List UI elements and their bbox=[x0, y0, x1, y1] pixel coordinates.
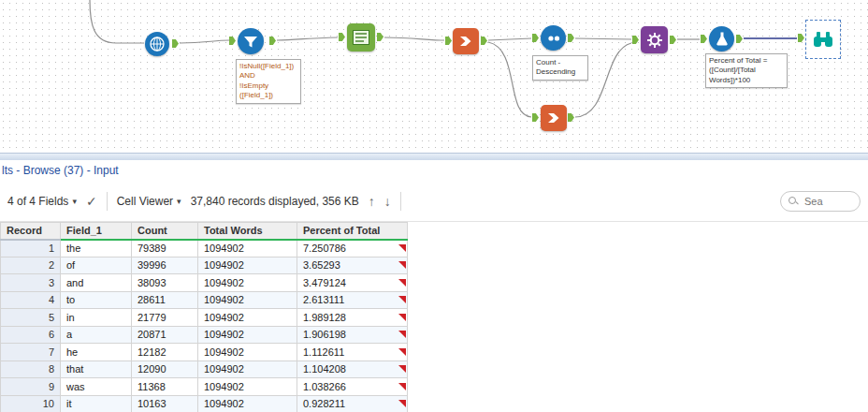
data-cell[interactable]: to bbox=[61, 291, 132, 309]
gear-icon bbox=[646, 32, 663, 49]
cell-viewer-dropdown[interactable]: Cell Viewer ▾ bbox=[117, 195, 181, 208]
data-cell[interactable]: a bbox=[61, 326, 132, 344]
table-row[interactable]: 6a2087110949021.906198 bbox=[1, 326, 408, 344]
table-row[interactable]: 4to2861110949022.613111 bbox=[1, 291, 408, 309]
record-number-cell[interactable]: 5 bbox=[1, 309, 61, 327]
data-cell[interactable]: 1094902 bbox=[198, 326, 297, 344]
data-cell[interactable]: 3.479124 bbox=[297, 274, 408, 292]
table-row[interactable]: 10it1016310949020.928211 bbox=[1, 395, 408, 412]
record-number-cell[interactable]: 4 bbox=[1, 291, 61, 309]
data-cell[interactable]: 1.112611 bbox=[297, 344, 408, 361]
data-cell[interactable]: 1094902 bbox=[198, 240, 297, 258]
dots-icon bbox=[546, 33, 561, 44]
data-cell[interactable]: 0.928211 bbox=[297, 395, 408, 412]
data-cell[interactable]: and bbox=[61, 274, 132, 292]
data-cell[interactable]: 1.989128 bbox=[297, 309, 408, 327]
chevron-down-icon: ▾ bbox=[72, 197, 77, 206]
data-cell[interactable]: 1.104208 bbox=[297, 360, 408, 378]
table-row[interactable]: 7he1218210949021.112611 bbox=[1, 344, 408, 361]
data-cell[interactable]: 21779 bbox=[132, 309, 198, 327]
data-cell[interactable]: 38093 bbox=[132, 274, 198, 292]
record-number-cell[interactable]: 6 bbox=[1, 326, 61, 344]
record-number-cell[interactable]: 2 bbox=[1, 257, 61, 274]
summarize-tool-2[interactable] bbox=[541, 105, 567, 131]
fields-dropdown[interactable]: 4 of 4 Fields ▾ bbox=[7, 195, 77, 208]
browse-tool[interactable] bbox=[805, 20, 841, 59]
table-body: 1the7938910949027.2507862of3999610949023… bbox=[1, 240, 408, 412]
funnel-icon bbox=[243, 35, 258, 49]
filter-annotation[interactable]: !IsNull([Field_1]) AND !IsEmpty ([Field_… bbox=[236, 59, 301, 104]
data-cell[interactable]: 1.038266 bbox=[297, 378, 408, 396]
data-cell[interactable]: 7.250786 bbox=[297, 240, 408, 258]
sort-annotation[interactable]: Count - Descending bbox=[532, 55, 588, 81]
data-cell[interactable]: 79389 bbox=[132, 240, 198, 258]
data-cell[interactable]: was bbox=[61, 378, 132, 396]
record-number-cell[interactable]: 10 bbox=[1, 395, 61, 412]
data-cell[interactable]: in bbox=[61, 309, 132, 327]
table-row[interactable]: 1the7938910949027.250786 bbox=[1, 240, 408, 258]
table-row[interactable]: 3and3809310949023.479124 bbox=[1, 274, 408, 292]
data-cell[interactable]: 10163 bbox=[132, 395, 198, 412]
data-cell[interactable]: 3.65293 bbox=[297, 257, 408, 274]
record-number-cell[interactable]: 9 bbox=[1, 378, 61, 396]
data-cell[interactable]: 1094902 bbox=[198, 274, 297, 292]
data-cell[interactable]: he bbox=[61, 344, 132, 361]
data-cell[interactable]: 2.613111 bbox=[297, 291, 408, 309]
column-header-percent-of-total[interactable]: Percent of Total bbox=[297, 223, 408, 240]
truncation-flag-icon bbox=[398, 383, 406, 390]
truncation-flag-icon bbox=[398, 365, 406, 373]
data-cell[interactable]: 1094902 bbox=[198, 360, 297, 378]
filter-tool[interactable] bbox=[238, 28, 264, 54]
alteryx-window: !IsNull([Field_1]) AND !IsEmpty ([Field_… bbox=[0, 0, 868, 412]
summarize-tool-1[interactable] bbox=[453, 28, 479, 54]
data-cell[interactable]: 39996 bbox=[132, 257, 198, 274]
results-title: lts - Browse (37) - Input bbox=[2, 164, 119, 177]
record-number-cell[interactable]: 7 bbox=[1, 344, 61, 361]
up-arrow-button[interactable]: ↑ bbox=[369, 194, 375, 209]
formula-tool[interactable] bbox=[709, 26, 734, 52]
data-cell[interactable]: 1094902 bbox=[198, 257, 297, 274]
down-arrow-button[interactable]: ↓ bbox=[384, 194, 391, 209]
table-row[interactable]: 8that1209010949021.104208 bbox=[1, 360, 408, 378]
data-cell[interactable]: that bbox=[61, 360, 132, 378]
data-cell[interactable]: of bbox=[61, 257, 132, 274]
data-cell[interactable]: it bbox=[61, 395, 132, 412]
search-input[interactable] bbox=[803, 195, 855, 208]
data-cell[interactable]: the bbox=[61, 240, 132, 258]
record-number-cell[interactable]: 3 bbox=[1, 274, 61, 292]
record-number-cell[interactable]: 1 bbox=[1, 240, 61, 258]
data-cell[interactable]: 20871 bbox=[132, 326, 198, 344]
table-row[interactable]: 9was1136810949021.038266 bbox=[1, 378, 408, 396]
column-header-count[interactable]: Count bbox=[132, 223, 198, 240]
binoculars-icon bbox=[813, 31, 833, 48]
column-header-total-words[interactable]: Total Words bbox=[198, 223, 297, 240]
flask-icon bbox=[714, 31, 731, 47]
search-box[interactable] bbox=[780, 191, 861, 212]
input-data-tool[interactable] bbox=[145, 32, 169, 56]
panel-splitter[interactable] bbox=[0, 153, 868, 160]
data-cell[interactable]: 1094902 bbox=[198, 291, 297, 309]
data-cell[interactable]: 1.906198 bbox=[297, 326, 408, 344]
column-header-field-1[interactable]: Field_1 bbox=[61, 223, 132, 240]
data-cell[interactable]: 12090 bbox=[132, 360, 198, 378]
column-header-record[interactable]: Record bbox=[1, 223, 61, 240]
record-number-cell[interactable]: 8 bbox=[1, 360, 61, 378]
data-cell[interactable]: 1094902 bbox=[198, 395, 297, 412]
text-lines-icon bbox=[353, 30, 369, 45]
formula-annotation[interactable]: Percent of Total = ([Count]/[Total Words… bbox=[705, 53, 788, 88]
data-cell[interactable]: 1094902 bbox=[198, 344, 297, 361]
data-cell[interactable]: 1094902 bbox=[198, 309, 297, 327]
sort-tool[interactable] bbox=[541, 25, 566, 51]
macro-gear-tool[interactable] bbox=[641, 26, 668, 53]
data-cell[interactable]: 11368 bbox=[132, 378, 198, 396]
text-tool[interactable] bbox=[347, 23, 375, 52]
truncation-flag-icon bbox=[398, 244, 406, 252]
workflow-canvas[interactable]: !IsNull([Field_1]) AND !IsEmpty ([Field_… bbox=[0, 0, 868, 153]
data-cell[interactable]: 1094902 bbox=[198, 378, 297, 396]
table-row[interactable]: 5in2177910949021.989128 bbox=[1, 309, 408, 327]
data-cell[interactable]: 12182 bbox=[132, 344, 198, 361]
table-row[interactable]: 2of3999610949023.65293 bbox=[1, 257, 408, 274]
data-cell[interactable]: 28611 bbox=[132, 291, 198, 309]
results-panel-header: lts - Browse (37) - Input bbox=[0, 160, 868, 181]
results-table: RecordField_1CountTotal WordsPercent of … bbox=[0, 222, 408, 412]
